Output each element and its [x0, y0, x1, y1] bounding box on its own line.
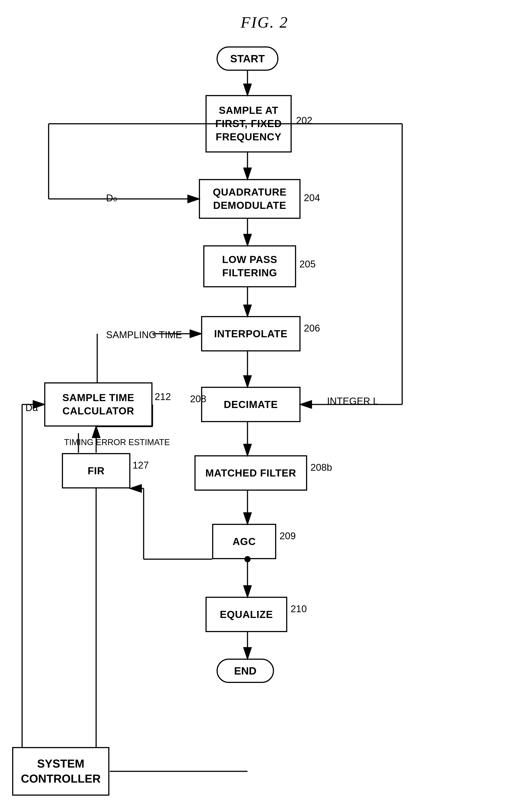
decimate-ref: 208	[190, 393, 206, 404]
quadrature-box: QUADRATURE DEMODULATE	[199, 179, 300, 219]
sample-ref: 202	[296, 115, 312, 126]
matched-filter-ref: 208b	[310, 462, 332, 473]
decimate-box: DECIMATE	[201, 387, 300, 422]
matched-filter-box: MATCHED FILTER	[194, 455, 307, 491]
quadrature-ref: 204	[304, 192, 320, 203]
lowpass-ref: 205	[299, 259, 315, 270]
fir-box: FIR	[62, 453, 130, 489]
agc-ref: 209	[280, 531, 296, 541]
sample-time-calc-box: SAMPLE TIME CALCULATOR	[44, 382, 152, 426]
lowpass-box: LOW PASS FILTERING	[203, 245, 296, 287]
sample-box: SAMPLE AT FIRST, FIXED FREQUENCY	[206, 95, 292, 153]
equalize-ref: 210	[291, 603, 307, 614]
d0-label: D₀	[106, 192, 117, 204]
start-node: START	[217, 46, 278, 71]
sampling-time-label: SAMPLING TIME	[106, 329, 182, 340]
system-controller-box: SYSTEM CONTROLLER	[12, 747, 109, 796]
da-label: Dα	[26, 402, 38, 413]
sample-time-calc-ref: 212	[155, 391, 171, 402]
interpolate-box: INTERPOLATE	[201, 316, 300, 351]
agc-box: AGC	[212, 524, 276, 559]
fir-ref: 127	[133, 460, 149, 471]
end-node: END	[217, 658, 274, 683]
page-title: FIG. 2	[241, 13, 288, 32]
integer-l-label: INTEGER L	[327, 396, 378, 407]
interpolate-ref: 206	[304, 323, 320, 334]
equalize-box: EQUALIZE	[206, 597, 287, 632]
timing-error-label: TIMING ERROR ESTIMATE	[64, 438, 170, 447]
